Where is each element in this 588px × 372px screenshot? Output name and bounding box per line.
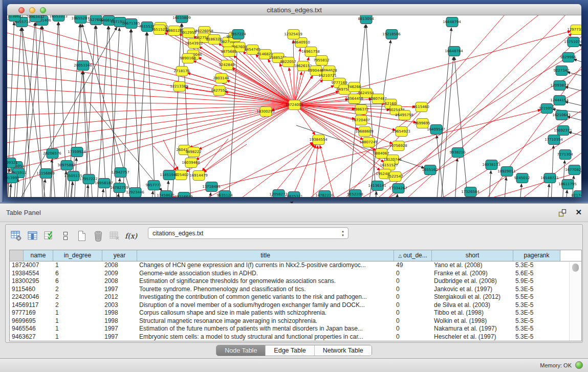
graph-node-8186328[interactable]: 8186328 — [206, 35, 222, 45]
graph-node-9857771[interactable]: 9857771 — [145, 181, 161, 190]
table-row[interactable]: 977716911998Corpus callosum shape and si… — [10, 309, 581, 317]
graph-node-12942757[interactable]: 12942757 — [111, 168, 129, 178]
column-header-short[interactable]: short — [432, 250, 513, 261]
graph-node-15751074[interactable]: 15751074 — [564, 37, 581, 47]
graph-node-9875685[interactable]: 9875685 — [221, 47, 236, 57]
graph-node-17359924[interactable]: 17359924 — [68, 147, 86, 157]
graph-node-16648784[interactable]: 16648784 — [445, 47, 463, 56]
graph-node-16961758[interactable]: 16961758 — [301, 47, 320, 57]
table-scrollbar[interactable] — [569, 262, 581, 341]
graph-node-10756928[interactable]: 10756928 — [389, 141, 407, 151]
graph-node-15692371[interactable]: 15692371 — [554, 126, 572, 136]
table-row[interactable]: 1872400712008Changes of HCN gene express… — [10, 261, 581, 270]
graph-node-9329966[interactable]: 9329966 — [560, 53, 576, 62]
graph-node-17326584[interactable]: 17326584 — [461, 187, 480, 197]
column-header-in-degree[interactable]: in_degree — [53, 250, 102, 261]
graph-node-16448794[interactable]: 16448794 — [443, 17, 461, 27]
graph-node-8912955[interactable]: 8912955 — [180, 28, 196, 38]
graph-node-9152208[interactable]: 9152208 — [347, 190, 363, 198]
function-builder-icon[interactable]: f(x) — [124, 229, 138, 243]
table-selector-dropdown[interactable]: citations_edges.txt ▲▼ — [148, 227, 349, 239]
graph-node-20053346[interactable]: 20053346 — [74, 61, 92, 71]
column-header-name[interactable]: name — [24, 250, 53, 261]
graph-node-16210643[interactable]: 16210643 — [552, 111, 571, 120]
graph-node-19218506[interactable]: 19218506 — [382, 30, 401, 39]
graph-node-1655162[interactable]: 1655162 — [422, 165, 438, 175]
table-mode-icon[interactable] — [59, 229, 72, 243]
graph-node-19654923[interactable]: 19654923 — [392, 127, 410, 137]
graph-node-17458621[interactable]: 17458621 — [157, 191, 175, 198]
graph-node-1913991[interactable]: 1913991 — [7, 173, 19, 183]
column-header-year[interactable]: year — [102, 250, 137, 261]
graph-node-17710354[interactable]: 17710354 — [545, 135, 563, 145]
table-row[interactable]: 2242004622012Investigating the contribut… — [10, 293, 581, 301]
graph-node-9498222[interactable]: 9498222 — [185, 147, 201, 157]
graph-node-8813054[interactable]: 8813054 — [358, 15, 374, 24]
status-bar: Memory: OK — [0, 358, 588, 372]
graph-node-7651523[interactable]: 7651523 — [151, 25, 167, 35]
graph-node-9890168[interactable]: 9890168 — [180, 54, 195, 63]
graph-node-7955812[interactable]: 7955812 — [313, 56, 329, 65]
graph-node-2718176[interactable]: 2718176 — [173, 67, 190, 76]
graph-node-12093872[interactable]: 12093872 — [550, 81, 569, 91]
table-settings-icon[interactable] — [10, 229, 23, 243]
table-row[interactable]: 969969511998Structural magnetic resonanc… — [10, 317, 581, 325]
graph-node-16938133[interactable]: 16938133 — [482, 160, 500, 170]
table-row[interactable]: 1456911722003Disruption of a novel membe… — [10, 301, 581, 310]
tab-edge-table[interactable]: Edge Table — [266, 345, 314, 356]
delete-table-icon[interactable] — [92, 229, 105, 243]
table-cell: de Silva et al. (2003) — [432, 301, 513, 310]
graph-node-16720407[interactable]: 16720407 — [352, 116, 370, 125]
tab-network-table[interactable]: Network Table — [315, 345, 372, 356]
graph-node-18929011[interactable]: 18929011 — [497, 167, 516, 177]
graph-node-16770825[interactable]: 16770825 — [565, 165, 581, 175]
table-row[interactable]: 1938455462009Genome-wide association stu… — [10, 270, 581, 278]
graph-node-2522547[interactable]: 2522547 — [387, 172, 403, 182]
network-window-titlebar[interactable]: citations_edges.txt — [7, 4, 581, 15]
graph-node-7986372[interactable]: 7986372 — [353, 105, 368, 115]
table-row[interactable]: 946362711997Embryonic stem cells: a mode… — [10, 333, 581, 341]
show-columns-icon[interactable] — [26, 229, 39, 243]
graph-node-30975887[interactable]: 30975887 — [57, 161, 76, 170]
float-panel-icon[interactable] — [558, 209, 567, 217]
graph-node-7857224[interactable]: 7857224 — [230, 30, 246, 39]
network-canvas[interactable]: 1872400779638228860128891295523226058982… — [7, 15, 581, 197]
graph-node-18611795[interactable]: 18611795 — [558, 180, 577, 189]
graph-node-8427552[interactable]: 8427552 — [211, 86, 227, 96]
graph-node-8860128[interactable]: 8860128 — [166, 26, 182, 36]
graph-node-18300295[interactable]: 18300295 — [256, 107, 275, 117]
column-header-out-de-[interactable]: △out_de... — [394, 250, 432, 261]
graph-node-9938216[interactable]: 9938216 — [449, 148, 466, 158]
graph-node-17334267[interactable]: 17334267 — [389, 184, 407, 193]
graph-node-12444154[interactable]: 12444154 — [550, 96, 569, 105]
tab-node-table[interactable]: Node Table — [216, 345, 266, 356]
graph-node-12923446[interactable]: 12923446 — [126, 188, 144, 198]
close-panel-icon[interactable]: ✕ — [575, 208, 582, 217]
graph-node-9635124[interactable]: 9635124 — [216, 191, 233, 198]
graph-node-9242848[interactable]: 9242848 — [219, 60, 234, 70]
graph-node-9227342[interactable]: 9227342 — [553, 66, 569, 76]
select-columns-icon[interactable] — [42, 229, 56, 243]
graph-node-9245012[interactable]: 9245012 — [514, 173, 530, 183]
graph-node-12977355[interactable]: 12977355 — [567, 25, 581, 35]
graph-node-2803144[interactable]: 2803144 — [213, 74, 229, 83]
graph-node-3215953[interactable]: 3215953 — [538, 104, 554, 114]
column-header-title[interactable]: title — [137, 250, 394, 261]
graph-node-16033809[interactable]: 16033809 — [172, 15, 191, 23]
graph-node-label: 16033809 — [172, 16, 191, 20]
create-table-icon[interactable] — [75, 229, 89, 243]
graph-node-16551013[interactable]: 16551013 — [49, 15, 68, 21]
graph-node-9699695[interactable]: 9699695 — [414, 119, 430, 128]
graph-node-746266[interactable]: 746266 — [347, 82, 361, 92]
graph-node-13718485[interactable]: 13718485 — [202, 182, 221, 192]
graph-node-16914479[interactable]: 16914479 — [189, 171, 208, 181]
graph-node-16548721[interactable]: 16548721 — [540, 173, 559, 183]
table-row[interactable]: 946554611997Estimation of the future num… — [10, 325, 581, 333]
table-row[interactable]: 1830029562008Estimation of significance … — [10, 277, 581, 286]
graph-node-20206576[interactable]: 20206576 — [43, 149, 61, 159]
graph-node-9115460[interactable]: 9115460 — [413, 102, 429, 112]
column-header-pagerank[interactable]: pagerank — [513, 250, 560, 261]
table-row[interactable]: 911546021997Tourette syndrome. Phenomeno… — [10, 286, 581, 294]
table-scrollbar-thumb[interactable] — [572, 264, 579, 272]
graph-node-7271304[interactable]: 7271304 — [557, 150, 573, 160]
